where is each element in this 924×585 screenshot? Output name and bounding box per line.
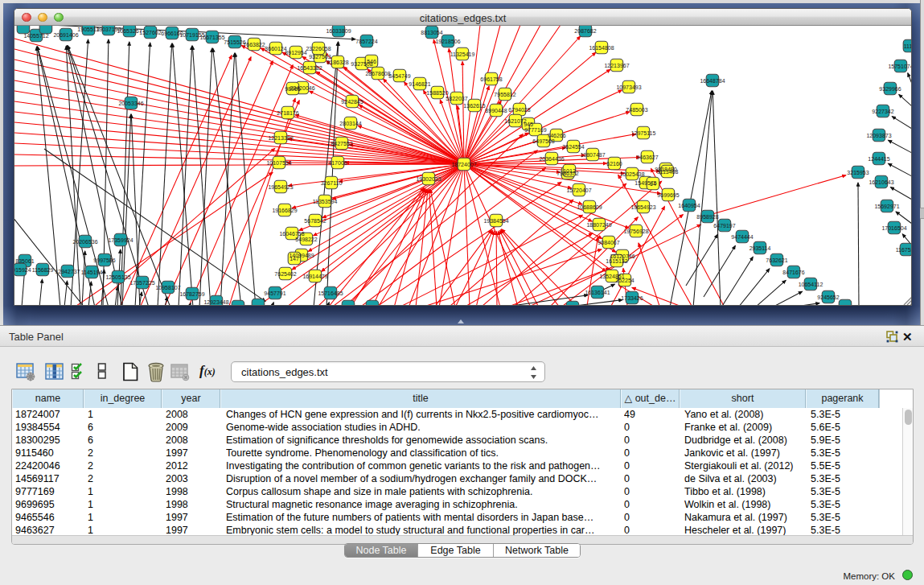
svg-text:9457791: 9457791: [264, 290, 285, 296]
svg-text:1012: 1012: [563, 168, 576, 174]
svg-text:1362615: 1362615: [463, 103, 485, 109]
svg-text:1640954: 1640954: [678, 203, 700, 208]
svg-text:1244415: 1244415: [868, 156, 889, 162]
svg-text:16033809: 16033809: [326, 28, 351, 34]
svg-text:20364436: 20364436: [539, 156, 564, 162]
svg-text:20691406: 20691406: [53, 32, 78, 38]
svg-text:12923448: 12923448: [203, 299, 228, 305]
svg-text:2803144: 2803144: [339, 121, 361, 126]
svg-text:16136141: 16136141: [585, 290, 610, 295]
svg-text:8427552: 8427552: [331, 141, 352, 146]
svg-text:7663822: 7663822: [243, 42, 265, 47]
svg-text:6479197: 6479197: [713, 223, 735, 229]
svg-text:1112: 1112: [904, 43, 911, 49]
svg-text:16914479: 16914479: [302, 274, 327, 279]
svg-text:15716485: 15716485: [318, 290, 343, 296]
svg-text:17359924: 17359924: [108, 237, 133, 243]
svg-text:1733426: 1733426: [621, 295, 643, 301]
svg-text:6497568: 6497568: [532, 138, 554, 144]
svg-text:1588520: 1588520: [426, 90, 448, 96]
svg-text:6961758: 6961758: [480, 76, 502, 82]
svg-text:6794028: 6794028: [508, 107, 530, 113]
svg-text:8471676: 8471676: [782, 270, 804, 275]
svg-text:10654112: 10654112: [799, 282, 823, 287]
svg-text:1615132: 1615132: [606, 258, 627, 264]
svg-text:16046758: 16046758: [279, 231, 304, 237]
svg-text:18724007: 18724007: [451, 162, 476, 167]
svg-text:10107554: 10107554: [266, 160, 291, 166]
svg-text:20206536: 20206536: [72, 239, 97, 245]
svg-text:9146821: 9146821: [409, 81, 430, 87]
svg-text:12942737: 12942737: [55, 269, 80, 274]
svg-text:835061: 835061: [15, 258, 34, 264]
svg-text:5678542: 5678542: [304, 218, 326, 224]
svg-text:5822037: 5822037: [446, 96, 467, 101]
svg-text:7955812: 7955812: [494, 92, 515, 97]
svg-text:98965: 98965: [285, 86, 301, 92]
svg-text:1156829: 1156829: [32, 267, 54, 273]
svg-text:8660124: 8660124: [265, 46, 286, 51]
svg-text:2087682: 2087682: [574, 28, 596, 34]
svg-text:10688609: 10688609: [577, 204, 602, 210]
svg-text:23226058: 23226058: [306, 46, 331, 51]
svg-text:9997586: 9997586: [93, 257, 115, 263]
svg-text:5498222: 5498222: [295, 237, 317, 242]
svg-text:10025438: 10025438: [619, 171, 644, 177]
svg-text:16543382: 16543382: [297, 65, 322, 71]
svg-text:62160: 62160: [606, 161, 622, 167]
svg-text:10973493: 10973493: [616, 84, 641, 90]
svg-text:9777169: 9777169: [524, 127, 546, 133]
svg-text:8186328: 8186328: [326, 60, 348, 65]
svg-text:9242845: 9242845: [341, 99, 363, 105]
svg-text:17357225: 17357225: [129, 280, 154, 286]
svg-text:12505135: 12505135: [105, 274, 130, 280]
svg-text:14055712: 14055712: [23, 33, 48, 39]
svg-text:12213967: 12213967: [604, 63, 629, 68]
svg-text:3624554: 3624554: [562, 144, 584, 150]
svg-text:2718176: 2718176: [277, 110, 298, 116]
svg-text:3915924: 3915924: [14, 267, 31, 273]
svg-text:8990448: 8990448: [485, 108, 507, 113]
svg-text:12975115: 12975115: [631, 130, 656, 136]
svg-text:19654923: 19654923: [630, 204, 655, 210]
svg-text:9463627: 9463627: [636, 154, 658, 160]
svg-text:16782759: 16782759: [179, 291, 204, 297]
svg-text:16210643: 16210643: [869, 179, 893, 185]
svg-text:19756928: 19756928: [623, 229, 648, 234]
svg-text:7857224: 7857224: [355, 39, 377, 44]
svg-text:10653267: 10653267: [117, 28, 142, 34]
svg-text:147: 147: [290, 256, 299, 262]
svg-text:20053346: 20053346: [118, 101, 143, 106]
svg-text:64: 64: [650, 181, 656, 187]
svg-text:19218506: 19218506: [435, 39, 460, 44]
svg-text:3215953: 3215953: [847, 170, 869, 175]
svg-text:746266: 746266: [547, 133, 565, 138]
svg-text:17016504: 17016504: [881, 225, 906, 231]
svg-text:15751074: 15751074: [888, 64, 911, 69]
svg-text:546: 546: [367, 59, 376, 64]
svg-text:7632621: 7632621: [766, 257, 787, 263]
svg-text:8958928: 8958928: [696, 214, 718, 220]
svg-text:9329966: 9329966: [879, 86, 901, 92]
svg-text:12093873: 12093873: [866, 133, 891, 138]
svg-text:8813054: 8813054: [421, 30, 442, 35]
svg-text:9474444: 9474444: [731, 234, 753, 240]
svg-text:417006: 417006: [328, 160, 347, 166]
svg-text:11353594: 11353594: [313, 199, 338, 204]
svg-text:19302033: 19302033: [416, 176, 441, 182]
svg-text:8912954: 8912954: [285, 50, 306, 56]
svg-text:9084067: 9084067: [598, 240, 619, 245]
svg-text:1527602: 1527602: [139, 30, 161, 35]
svg-text:19654923: 19654923: [268, 184, 293, 190]
svg-text:16648784: 16648784: [700, 78, 725, 84]
svg-text:9113468: 9113468: [657, 169, 679, 175]
svg-text:18807249: 18807249: [586, 222, 611, 228]
svg-text:19384554: 19384554: [483, 218, 508, 224]
svg-text:9245652: 9245652: [817, 295, 839, 300]
svg-text:9699695: 9699695: [657, 192, 679, 198]
svg-text:10958107: 10958107: [155, 285, 180, 290]
svg-text:945: 945: [524, 122, 533, 127]
svg-text:3267110: 3267110: [321, 180, 343, 186]
svg-text:7625402: 7625402: [274, 271, 296, 277]
svg-text:10807487: 10807487: [580, 152, 605, 158]
